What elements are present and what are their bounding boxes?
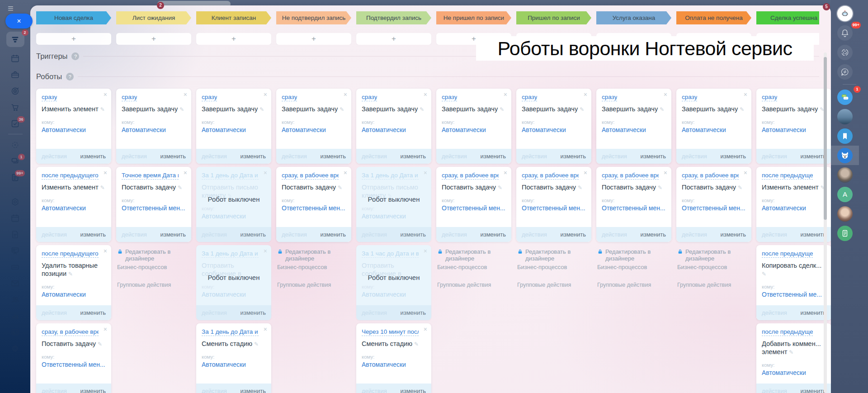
close-icon[interactable]: × (264, 91, 267, 98)
locked-robot-card[interactable]: Редактировать в дизайнереБизнес-процессо… (676, 245, 751, 320)
assignee-link[interactable]: Автоматически (362, 361, 426, 368)
robot-card[interactable]: сразу, в рабочее время×Поставить задачу … (276, 167, 351, 242)
edit-button[interactable]: изменить (400, 231, 426, 238)
edit-button[interactable]: изменить (720, 231, 746, 238)
close-icon[interactable]: × (744, 170, 747, 176)
close-icon[interactable]: × (584, 91, 587, 98)
robot-card[interactable]: За 1 час до Дата и вре...×Отправить сооб… (356, 245, 431, 320)
assignee-link[interactable]: Ответственный мен... (42, 361, 106, 368)
assignee-link[interactable]: Автоматически (362, 291, 426, 298)
trigger-link[interactable]: сразу, в рабочее время (282, 171, 339, 180)
bookmark-avatar[interactable] (831, 126, 859, 146)
edit-button[interactable]: изменить (800, 388, 826, 393)
stage-tab-2[interactable]: Лист ожидания (116, 11, 191, 24)
assignee-link[interactable]: Ответственный мен... (522, 204, 586, 212)
assignee-link[interactable]: Ответственный мен... (442, 204, 506, 212)
robot-card[interactable]: сразу×Завершить задачу ✎кому:Автоматичес… (196, 89, 271, 164)
close-icon[interactable]: × (504, 91, 507, 98)
edit-pencil-icon[interactable]: ✎ (789, 349, 793, 355)
edit-pencil-icon[interactable]: ✎ (68, 271, 73, 277)
stage-tab-10[interactable]: Сделка успешна (756, 11, 819, 24)
close-icon[interactable]: × (424, 326, 427, 332)
letter-avatar[interactable]: A (831, 185, 859, 204)
robot-card[interactable]: сразу, в рабочее врем...×Поставить задач… (36, 323, 111, 393)
trigger-link[interactable]: сразу (42, 93, 57, 101)
user-avatar-photo[interactable] (831, 165, 859, 185)
edit-button[interactable]: изменить (560, 231, 586, 238)
edit-button[interactable]: изменить (240, 231, 266, 238)
robot-card[interactable]: сразу, в рабочее врем...×Поставить задач… (596, 167, 671, 242)
edit-pencil-icon[interactable]: ✎ (762, 271, 766, 277)
close-icon[interactable]: × (264, 326, 267, 332)
trigger-link[interactable]: За 1 день до Дата и вр... (202, 171, 259, 180)
close-icon[interactable]: × (184, 91, 187, 98)
edit-pencil-icon[interactable]: ✎ (254, 341, 259, 347)
edit-pencil-icon[interactable]: ✎ (578, 185, 582, 191)
trigger-link[interactable]: сразу (522, 93, 537, 101)
edit-button[interactable]: изменить (400, 153, 426, 160)
locked-robot-card[interactable]: Редактировать в дизайнереБизнес-процессо… (116, 245, 191, 320)
close-icon[interactable]: × (344, 170, 347, 176)
robot-card[interactable]: сразу×Завершить задачу ✎кому:Автоматичес… (116, 89, 191, 164)
trigger-link[interactable]: после предыдущего (42, 250, 99, 258)
sidebar-item-goals[interactable] (10, 86, 21, 96)
sidebar-item-contacts[interactable] (10, 327, 21, 337)
locked-robot-card[interactable]: Редактировать в дизайнереБизнес-процессо… (276, 245, 351, 320)
trigger-link[interactable]: сразу (682, 93, 697, 101)
assignee-link[interactable]: Автоматически (282, 126, 346, 133)
close-icon[interactable]: × (104, 326, 107, 332)
assignee-link[interactable]: Ответственный ме... (762, 291, 826, 298)
assignee-link[interactable]: Автоматически (202, 291, 266, 298)
notifications-bell[interactable]: 99+ (831, 23, 859, 43)
robot-card[interactable]: сразу×Завершить задачу ✎кому:Автоматичес… (676, 89, 751, 164)
robot-card[interactable]: сразу, в рабочее врем...×Поставить задач… (516, 167, 591, 242)
close-icon[interactable]: × (584, 170, 587, 176)
trigger-link[interactable]: сразу (442, 93, 457, 101)
close-icon[interactable]: × (424, 248, 427, 254)
sidebar-item-documents[interactable] (10, 229, 21, 239)
trigger-link[interactable]: сразу, в рабочее врем... (42, 328, 99, 336)
sidebar-item-automation[interactable] (10, 197, 21, 207)
edit-button[interactable]: изменить (240, 388, 266, 393)
edit-button[interactable]: изменить (800, 153, 826, 160)
assignee-link[interactable]: Автоматически (602, 126, 666, 133)
edit-button[interactable]: изменить (720, 153, 746, 160)
menu-icon[interactable]: ≡ (8, 4, 14, 14)
assignee-link[interactable]: Ответственный мен... (282, 204, 346, 212)
locked-robot-card[interactable]: Редактировать в дизайнереБизнес-процессо… (436, 245, 511, 320)
sidebar-item-notes[interactable]: 99+ (10, 172, 21, 182)
edit-button[interactable]: изменить (800, 309, 826, 316)
robot-card[interactable]: после предыдуще×Копировать сделк... ✎ком… (756, 245, 831, 320)
locked-robot-card[interactable]: Редактировать в дизайнереБизнес-процессо… (516, 245, 591, 320)
dog-avatar[interactable] (831, 146, 859, 165)
sidebar-item-payments[interactable] (10, 262, 21, 272)
edit-pencil-icon[interactable]: ✎ (100, 185, 105, 191)
edit-button[interactable]: изменить (80, 388, 106, 393)
edit-pencil-icon[interactable]: ✎ (738, 185, 742, 191)
trigger-link[interactable]: сразу, в рабочее врем... (602, 171, 659, 180)
assignee-link[interactable]: Автоматически (762, 204, 826, 212)
trigger-link[interactable]: сразу, в рабочее врем... (682, 171, 739, 180)
close-icon[interactable]: × (264, 248, 267, 254)
edit-pencil-icon[interactable]: ✎ (98, 341, 102, 347)
edit-pencil-icon[interactable]: ✎ (658, 185, 662, 191)
add-robot-button[interactable]: + (356, 33, 431, 45)
trigger-link[interactable]: после предыдуще (762, 250, 813, 258)
close-icon[interactable]: × (504, 170, 507, 176)
edit-button[interactable]: изменить (320, 153, 346, 160)
sidebar-item-settings[interactable] (10, 343, 21, 353)
help-icon[interactable]: ? (66, 73, 74, 80)
edit-button[interactable]: изменить (240, 153, 266, 160)
close-icon[interactable]: × (104, 170, 107, 176)
assignee-link[interactable]: Автоматически (42, 204, 106, 212)
stage-tab-9[interactable]: Оплата не получена (676, 11, 751, 24)
robot-card[interactable]: после предыдуще×Изменить элемент ✎кому:А… (756, 167, 831, 242)
close-icon[interactable]: × (424, 170, 427, 176)
assignee-link[interactable]: Автоматически (122, 126, 186, 133)
robot-card[interactable]: сразу, в рабочее врем...×Поставить задач… (676, 167, 751, 242)
edit-pencil-icon[interactable]: ✎ (580, 106, 584, 113)
close-icon[interactable]: × (104, 91, 107, 98)
assignee-link[interactable]: Автоматически (42, 126, 106, 133)
close-icon[interactable]: × (424, 91, 427, 98)
add-robot-button[interactable]: + (36, 33, 111, 45)
